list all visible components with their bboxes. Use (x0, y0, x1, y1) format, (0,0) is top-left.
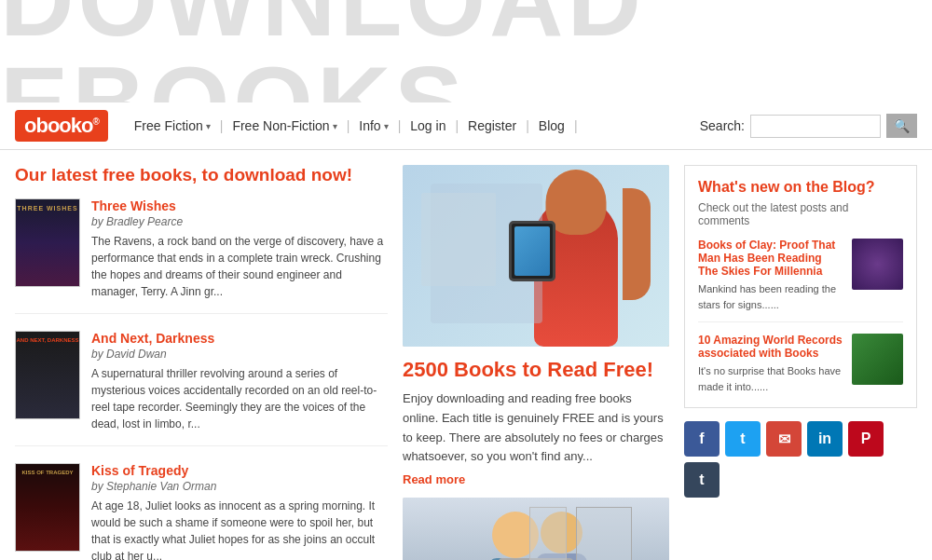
nav-info-label: Info (359, 118, 380, 133)
nav-login-label: Log in (410, 118, 445, 133)
promo-desc: Enjoy downloading and reading free books… (403, 389, 669, 467)
book-info-1: Three Wishes by Bradley Pearce The Raven… (91, 198, 388, 300)
book-info-3: Kiss of Tragedy by Stephanie Van Orman A… (91, 463, 388, 560)
blog-post-title-1[interactable]: Books of Clay: Proof That Man Has Been R… (698, 239, 843, 278)
blog-thumb-image-1 (852, 239, 903, 290)
book-desc-2: A supernatural thriller revolving around… (91, 365, 388, 432)
tumblr-icon: t (699, 471, 704, 488)
book-title-darkness[interactable]: And Next, Darkness (91, 331, 388, 346)
blog-post-excerpt-1: Mankind has been reading the stars for s… (698, 281, 843, 312)
blog-post-1: Books of Clay: Proof That Man Has Been R… (698, 239, 903, 322)
nav-links: Free Fiction ▾ | Free Non-Fiction ▾ | In… (125, 118, 700, 133)
book-cover-darkness[interactable] (15, 331, 80, 419)
book-desc-3: At age 18, Juliet looks as innocent as a… (91, 498, 388, 560)
right-sidebar: What's new on the Blog? Check out the la… (684, 165, 917, 560)
book-item-2: And Next, Darkness by David Dwan A super… (15, 331, 388, 446)
linkedin-icon: in (818, 430, 831, 447)
blog-post-title-2[interactable]: 10 Amazing World Records associated with… (698, 334, 843, 360)
hero-section: DOWNLOAD EBOOKS (0, 0, 932, 102)
book-info-2: And Next, Darkness by David Dwan A super… (91, 331, 388, 432)
book-title-three-wishes[interactable]: Three Wishes (91, 198, 388, 213)
tumblr-button[interactable]: t (684, 462, 720, 498)
chevron-down-icon-3: ▾ (384, 121, 389, 131)
nav-free-nonfiction[interactable]: Free Non-Fiction ▾ (223, 118, 346, 133)
nav-login[interactable]: Log in (401, 118, 455, 133)
book-author-1: by Bradley Pearce (91, 215, 388, 228)
promo-title: 2500 Books to Read Free! (403, 358, 669, 382)
main-content: Our latest free books, to download now! … (0, 150, 932, 560)
nav-register[interactable]: Register (459, 118, 526, 133)
linkedin-button[interactable]: in (807, 421, 843, 457)
twitter-icon: t (740, 430, 745, 447)
blog-subtitle: Check out the latest posts and comments (698, 201, 903, 227)
social-buttons: f t ✉ in P t (684, 421, 917, 498)
nav-blog[interactable]: Blog (529, 118, 574, 133)
twitter-button[interactable]: t (725, 421, 761, 457)
book-title-tragedy[interactable]: Kiss of Tragedy (91, 463, 388, 478)
section-title: Our latest free books, to download now! (15, 165, 388, 185)
search-area: Search: 🔍 (700, 114, 917, 138)
email-icon: ✉ (778, 430, 790, 448)
blog-thumb-2[interactable] (852, 334, 903, 385)
search-icon: 🔍 (894, 118, 910, 133)
nav-info[interactable]: Info ▾ (350, 118, 397, 133)
hero-bg-text: DOWNLOAD EBOOKS (0, 0, 932, 102)
chevron-down-icon-2: ▾ (333, 121, 337, 131)
blog-post-info-1: Books of Clay: Proof That Man Has Been R… (698, 239, 843, 312)
book-author-3: by Stephanie Van Orman (91, 480, 388, 493)
nav-free-nonfiction-label: Free Non-Fiction (232, 118, 329, 133)
book-item-3: Kiss of Tragedy by Stephanie Van Orman A… (15, 463, 388, 560)
blog-post-info-2: 10 Amazing World Records associated with… (698, 334, 843, 394)
book-cover-tragedy[interactable] (15, 463, 80, 552)
blog-box: What's new on the Blog? Check out the la… (684, 165, 917, 408)
blog-post-2: 10 Amazing World Records associated with… (698, 334, 903, 394)
blog-box-title: What's new on the Blog? (698, 179, 903, 196)
blog-thumb-image-2 (852, 334, 903, 385)
center-column: 2500 Books to Read Free! Enjoy downloadi… (403, 165, 669, 560)
pinterest-button[interactable]: P (848, 421, 884, 457)
nav-register-label: Register (468, 118, 516, 133)
nav-sep-6: | (574, 118, 578, 133)
promo-image-1 (403, 165, 669, 347)
blog-post-excerpt-2: It's no surprise that Books have made it… (698, 363, 843, 394)
search-input[interactable] (750, 115, 881, 138)
email-button[interactable]: ✉ (766, 421, 802, 457)
search-button[interactable]: 🔍 (886, 114, 917, 138)
book-desc-1: The Ravens, a rock band on the verge of … (91, 233, 388, 300)
book-list-column: Our latest free books, to download now! … (15, 165, 388, 560)
logo-text: obooko (24, 114, 92, 137)
facebook-button[interactable]: f (684, 421, 720, 457)
book-item: Three Wishes by Bradley Pearce The Raven… (15, 198, 388, 314)
blog-title-highlight: Blog? (832, 179, 874, 195)
pinterest-icon: P (861, 430, 871, 447)
book-author-2: by David Dwan (91, 348, 388, 361)
nav-blog-label: Blog (539, 118, 565, 133)
read-more-link[interactable]: Read more (403, 472, 465, 486)
blog-thumb-1[interactable] (852, 239, 903, 290)
book-cover-three-wishes[interactable] (15, 198, 80, 287)
facebook-icon: f (699, 430, 704, 447)
search-label: Search: (700, 118, 745, 133)
promo-image-2 (403, 498, 669, 560)
logo[interactable]: obooko® (15, 110, 108, 142)
nav-free-fiction[interactable]: Free Fiction ▾ (125, 118, 220, 133)
nav-free-fiction-label: Free Fiction (134, 118, 203, 133)
logo-reg: ® (92, 116, 98, 127)
navbar: obooko® Free Fiction ▾ | Free Non-Fictio… (0, 102, 932, 150)
chevron-down-icon: ▾ (206, 121, 211, 131)
blog-title-text: What's new on the (698, 179, 829, 195)
